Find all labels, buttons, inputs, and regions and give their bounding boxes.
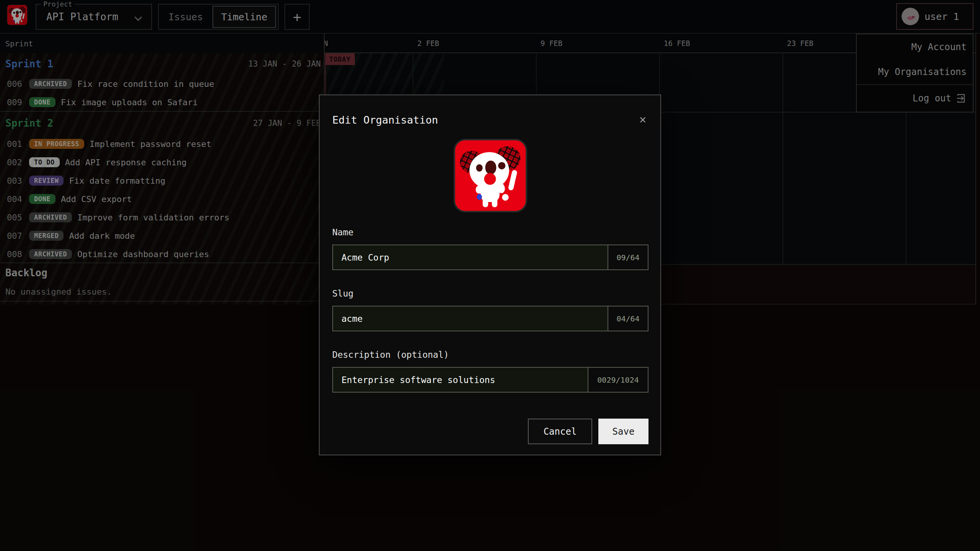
description-input[interactable] [333, 368, 588, 392]
modal-buttons: Cancel Save [332, 419, 648, 444]
save-button[interactable]: Save [598, 419, 648, 444]
organisation-logo-wrap [332, 139, 648, 212]
name-input[interactable] [333, 245, 608, 269]
cancel-button[interactable]: Cancel [528, 419, 592, 444]
slug-field-label: Slug [332, 289, 648, 298]
description-input-wrap: 0029/1024 [332, 367, 648, 393]
modal-header: Edit Organisation ✕ [332, 114, 648, 127]
name-field-label: Name [332, 228, 648, 236]
slug-input-wrap: 04/64 [332, 306, 648, 331]
slug-input[interactable] [333, 306, 608, 331]
slug-char-counter: 04/64 [608, 306, 648, 331]
modal-title: Edit Organisation [332, 114, 438, 127]
description-field-label: Description (optional) [332, 350, 648, 359]
close-icon[interactable]: ✕ [637, 114, 648, 125]
description-char-counter: 0029/1024 [588, 368, 648, 392]
name-char-counter: 09/64 [608, 245, 648, 269]
edit-organisation-modal: Edit Organisation ✕ Name 09/64 Slug 04/6… [319, 95, 661, 455]
organisation-logo-koala-image [453, 139, 528, 212]
name-input-wrap: 09/64 [332, 245, 648, 270]
